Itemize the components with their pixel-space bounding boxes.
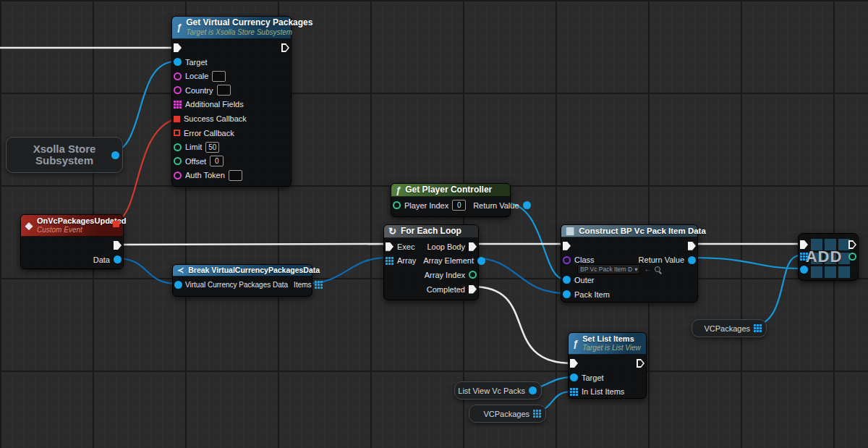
items-output-pin[interactable] bbox=[315, 281, 323, 289]
auth-token-pin[interactable] bbox=[174, 172, 182, 179]
blueprint-graph-canvas[interactable]: ƒ Get Virtual Currency Packages Target i… bbox=[0, 0, 868, 448]
array-index-pin[interactable] bbox=[469, 271, 477, 279]
offset-input[interactable]: 0 bbox=[210, 156, 224, 166]
pin-label-exec: Exec bbox=[397, 242, 414, 251]
locale-input[interactable] bbox=[212, 71, 226, 82]
array-input-pin[interactable] bbox=[386, 257, 393, 265]
player-index-input[interactable]: 0 bbox=[452, 200, 466, 211]
target-array-pin[interactable] bbox=[800, 253, 808, 261]
node-vcpackages-get-right[interactable]: VCPackages bbox=[692, 319, 767, 337]
vcpackages-output-pin[interactable] bbox=[533, 410, 541, 418]
node-add-array-item[interactable]: ADD bbox=[798, 233, 859, 281]
pack-item-pin[interactable] bbox=[563, 290, 571, 298]
success-callback-pin[interactable] bbox=[174, 116, 180, 122]
use-selected-asset-icon[interactable]: ← bbox=[644, 266, 651, 273]
exec-out-pin[interactable] bbox=[114, 241, 122, 250]
auth-token-input[interactable] bbox=[229, 170, 242, 181]
class-select-value: BP Vc Pack Item D bbox=[580, 266, 632, 273]
completed-pin[interactable] bbox=[469, 285, 477, 294]
node-on-vc-packages-updated[interactable]: ◈ OnVcPackagesUpdated Custom Event Data bbox=[20, 214, 124, 269]
vcpackages-output-pin[interactable] bbox=[754, 324, 762, 332]
exec-out-pin[interactable] bbox=[637, 359, 644, 368]
function-icon: ƒ bbox=[396, 185, 401, 195]
error-callback-pin[interactable] bbox=[174, 130, 180, 136]
pin-label-auth-token: Auth Token bbox=[185, 171, 225, 179]
pin-label-array-element: Array Element bbox=[423, 256, 474, 265]
pin-label-locale: Locale bbox=[185, 72, 208, 80]
target-pin[interactable] bbox=[570, 373, 578, 381]
class-pin[interactable] bbox=[563, 256, 571, 264]
limit-pin[interactable] bbox=[174, 143, 182, 151]
function-icon: ƒ bbox=[176, 22, 182, 32]
node-subtitle: Target is Xsolla Store Subsystem bbox=[186, 28, 312, 37]
return-value-pin[interactable] bbox=[523, 201, 531, 209]
target-pin[interactable] bbox=[174, 58, 182, 66]
pin-label-in-list-items: In List Items bbox=[582, 387, 624, 396]
pin-label-items: Items bbox=[294, 281, 311, 289]
pin-label-target: Target bbox=[582, 373, 604, 382]
array-element-pin[interactable] bbox=[477, 257, 485, 265]
exec-out-pin[interactable] bbox=[848, 240, 856, 249]
dropdown-caret-icon: ▾ bbox=[634, 266, 637, 273]
limit-input[interactable]: 50 bbox=[205, 142, 219, 153]
pin-label-array: Array bbox=[397, 256, 416, 265]
pin-label-pack-item: Pack Item bbox=[574, 290, 610, 299]
node-break-virtual-currency-packages-data[interactable]: ≺ Break VirtualCurrencyPackagesData Virt… bbox=[172, 264, 312, 297]
node-set-list-items[interactable]: ƒ Set List Items Target is List View Tar… bbox=[568, 332, 647, 399]
node-header: ↻ For Each Loop bbox=[384, 225, 478, 238]
variable-label: VCPackages bbox=[483, 410, 529, 418]
variable-label: VCPackages bbox=[704, 324, 750, 333]
node-construct-bp-vc-pack-item-data[interactable]: ▦ Construct BP Vc Pack Item Data Class R… bbox=[561, 224, 698, 303]
exec-in-pin[interactable] bbox=[563, 242, 571, 250]
return-value-pin[interactable] bbox=[688, 256, 696, 264]
country-pin[interactable] bbox=[174, 86, 182, 94]
loop-icon: ↻ bbox=[388, 227, 396, 236]
exec-in-pin[interactable] bbox=[174, 43, 182, 52]
node-list-view-vc-packs-get[interactable]: List View Vc Packs bbox=[454, 381, 542, 400]
pin-label-target: Target bbox=[185, 58, 208, 67]
node-get-virtual-currency-packages[interactable]: ƒ Get Virtual Currency Packages Target i… bbox=[171, 16, 292, 187]
wire-exec-completed-to-setlistitems bbox=[472, 287, 572, 363]
pin-label-return-value: Return Value bbox=[639, 255, 684, 264]
in-list-items-pin[interactable] bbox=[570, 388, 578, 396]
node-header: ƒ Set List Items Target is List View bbox=[569, 333, 646, 355]
custom-event-icon: ◈ bbox=[25, 221, 33, 230]
node-subtitle: Target is List View bbox=[582, 344, 641, 352]
outer-pin[interactable] bbox=[563, 276, 571, 284]
function-icon: ƒ bbox=[573, 339, 578, 348]
node-header: ▦ Construct BP Vc Pack Item Data bbox=[561, 225, 697, 237]
pin-label-error-callback: Error Callback bbox=[184, 129, 234, 138]
node-header: ƒ Get Virtual Currency Packages Target i… bbox=[172, 17, 291, 39]
return-index-pin[interactable] bbox=[848, 253, 856, 261]
node-xsolla-store-subsystem[interactable]: Xsolla Store Subsystem bbox=[6, 137, 123, 173]
list-view-output-pin[interactable] bbox=[529, 386, 537, 394]
exec-out-pin[interactable] bbox=[281, 43, 289, 52]
exec-out-pin[interactable] bbox=[688, 242, 696, 250]
struct-input-pin[interactable] bbox=[174, 281, 182, 289]
node-for-each-loop[interactable]: ↻ For Each Loop Exec Loop Body Array Arr… bbox=[383, 224, 479, 300]
pin-label-additional-fields: Additional Fields bbox=[185, 100, 244, 109]
wire-vcpackages-to-add-array bbox=[750, 255, 800, 327]
exec-in-pin[interactable] bbox=[570, 359, 578, 368]
pin-label-limit: Limit bbox=[185, 143, 202, 151]
data-output-pin[interactable] bbox=[114, 255, 122, 263]
additional-fields-pin[interactable] bbox=[174, 101, 182, 109]
player-index-pin[interactable] bbox=[393, 201, 401, 209]
browse-magnifier-icon[interactable] bbox=[655, 266, 660, 272]
class-select-dropdown[interactable]: BP Vc Pack Item D ▾ bbox=[577, 264, 640, 274]
country-input[interactable] bbox=[217, 85, 231, 96]
wire-delegate-success-callback bbox=[115, 119, 176, 223]
subsystem-output-pin[interactable] bbox=[111, 151, 119, 159]
pin-label-completed: Completed bbox=[427, 285, 465, 294]
node-title: Break VirtualCurrencyPackagesData bbox=[188, 266, 320, 274]
node-get-player-controller[interactable]: ƒ Get Player Controller Player Index 0 R… bbox=[391, 183, 511, 217]
delegate-output-pin[interactable] bbox=[113, 221, 119, 227]
new-item-pin[interactable] bbox=[800, 266, 808, 274]
pin-label-player-index: Player Index bbox=[404, 201, 448, 210]
offset-pin[interactable] bbox=[174, 157, 182, 165]
node-title: For Each Loop bbox=[401, 226, 461, 236]
locale-pin[interactable] bbox=[174, 72, 182, 80]
loop-body-pin[interactable] bbox=[469, 242, 477, 251]
exec-in-pin[interactable] bbox=[386, 242, 393, 251]
node-vcpackages-get-bottom[interactable]: VCPackages bbox=[469, 405, 546, 423]
